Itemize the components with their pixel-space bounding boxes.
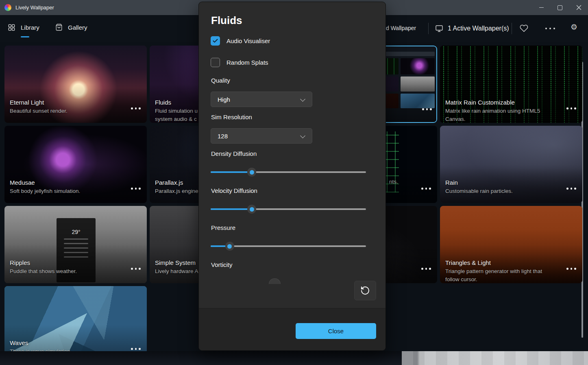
chevron-down-icon xyxy=(300,133,305,138)
wallpaper-card-rain[interactable]: RainCustomisable rain particles. xyxy=(440,126,582,203)
favorites-button[interactable] xyxy=(520,24,528,33)
ellipsis-dot xyxy=(139,107,141,109)
wallpaper-description: Canvas. xyxy=(445,115,564,123)
monitor-icon xyxy=(435,24,443,33)
card-options-button[interactable] xyxy=(421,188,431,190)
library-grid-icon xyxy=(8,24,15,31)
tab-gallery[interactable]: Gallery xyxy=(55,24,87,31)
ellipsis-dot xyxy=(135,107,137,109)
maximize-button[interactable] xyxy=(551,0,569,15)
bottom-strip xyxy=(0,351,588,365)
slider-fill xyxy=(211,171,252,173)
card-options-button[interactable] xyxy=(131,188,141,190)
wallpaper-card-triangles-light[interactable]: Triangles & LightTriangle pattern genera… xyxy=(440,206,582,283)
chevron-down-icon xyxy=(300,96,305,102)
checkbox-random-splats[interactable]: Random Splats xyxy=(211,58,268,67)
slider-label-pressure: Pressure xyxy=(211,224,235,231)
close-button[interactable]: Close xyxy=(296,323,376,339)
ellipsis-dot xyxy=(135,348,137,350)
close-icon xyxy=(576,5,581,10)
settings-button[interactable]: ⚙ xyxy=(571,23,577,31)
checkbox-label: Random Splats xyxy=(226,59,268,66)
ellipsis-dot xyxy=(425,188,427,190)
wallpaper-card-eternal-light[interactable]: Eternal LightBeautiful sunset render. xyxy=(4,46,147,123)
card-meta: Matrix Rain CustomizableMatrix like rain… xyxy=(445,98,564,123)
card-options-button[interactable] xyxy=(131,268,141,270)
slider-fill xyxy=(211,208,252,210)
active-wallpapers-label: 1 Active Wallpaper(s) xyxy=(448,25,509,32)
card-options-button[interactable] xyxy=(566,188,576,190)
heart-icon xyxy=(520,24,528,33)
vorticity-label: Vorticity xyxy=(211,261,233,268)
card-options-button[interactable] xyxy=(131,107,141,109)
ellipsis-dot xyxy=(574,107,576,109)
tab-gallery-label: Gallery xyxy=(68,24,87,31)
checkbox-label: Audio Visualiser xyxy=(226,37,270,44)
ellipsis-dot xyxy=(135,268,137,270)
card-options-button[interactable] xyxy=(131,348,141,350)
select-sim-resolution[interactable]: 128 xyxy=(211,128,312,144)
wallpaper-card-ripples[interactable]: 29°RipplesPuddle that shows weather. xyxy=(4,206,147,283)
ellipsis-dot xyxy=(422,108,424,110)
ellipsis-dot xyxy=(131,188,133,190)
ellipsis-dot xyxy=(135,188,137,190)
nav-divider xyxy=(428,23,429,34)
ellipsis-dot xyxy=(131,268,133,270)
wallpaper-description: Puddle that shows weather. xyxy=(10,267,129,275)
slider-thumb[interactable] xyxy=(247,205,256,214)
slider-thumb[interactable] xyxy=(225,242,234,251)
wallpaper-card-waves[interactable]: WavesThree js wave simulation. xyxy=(4,286,147,351)
ellipsis-dot xyxy=(429,268,431,270)
wallpaper-title: Medusae xyxy=(10,178,129,187)
slider-pressure[interactable] xyxy=(211,241,366,251)
active-wallpapers-button[interactable]: 1 Active Wallpaper(s) xyxy=(435,15,509,42)
tab-library-label: Library xyxy=(21,24,39,31)
reset-button[interactable] xyxy=(354,281,376,300)
wallpaper-description: nts. xyxy=(389,178,419,186)
slider-thumb[interactable] xyxy=(247,168,256,177)
wallpaper-description: Matrix like rain animation using HTML5 xyxy=(445,107,564,115)
card-options-button[interactable] xyxy=(566,107,576,109)
reset-rotate-ccw-icon xyxy=(360,286,370,295)
wallpaper-title: Triangles & Light xyxy=(445,258,564,267)
gear-icon: ⚙ xyxy=(571,23,577,31)
minimize-button[interactable] xyxy=(532,0,551,15)
more-options-button[interactable] xyxy=(545,28,555,29)
dialog-title: Fluids xyxy=(211,14,242,27)
ellipsis-icon xyxy=(545,28,547,29)
ellipsis-dot xyxy=(574,268,576,270)
wallpaper-card-medusae[interactable]: MedusaeSoft body jellyfish simulation. xyxy=(4,126,147,203)
ellipsis-dot xyxy=(571,107,573,109)
select-quality[interactable]: High xyxy=(211,92,312,107)
wallpaper-title: Eternal Light xyxy=(10,98,129,107)
ellipsis-dot xyxy=(131,107,133,109)
ellipsis-dot xyxy=(571,268,573,270)
wallpaper-title: Ripples xyxy=(10,258,129,267)
gallery-bag-icon xyxy=(55,24,63,31)
card-options-button[interactable] xyxy=(422,108,432,110)
close-window-button[interactable] xyxy=(569,0,588,15)
wallpaper-title: Waves xyxy=(10,338,129,348)
slider-density-diffusion[interactable] xyxy=(211,167,366,177)
minimize-icon xyxy=(539,7,544,8)
tab-library[interactable]: Library xyxy=(8,24,39,31)
ellipsis-dot xyxy=(131,348,133,350)
card-options-button[interactable] xyxy=(421,268,431,270)
nav-divider-2 xyxy=(512,23,512,34)
checkbox-checked-icon xyxy=(211,36,220,46)
checkbox-audio-visualiser[interactable]: Audio Visualiser xyxy=(211,36,270,46)
slider-velocity-diffusion[interactable] xyxy=(211,204,366,214)
select-label-sim-resolution: Sim Resolution xyxy=(211,114,252,120)
wallpaper-title: Rain xyxy=(445,178,564,187)
card-meta: Eternal LightBeautiful sunset render. xyxy=(10,98,129,115)
ellipsis-dot xyxy=(430,108,432,110)
add-wallpaper-label-fragment[interactable]: d Wallpaper xyxy=(386,25,416,31)
wallpaper-card-matrix-rain[interactable]: Matrix Rain CustomizableMatrix like rain… xyxy=(440,46,582,123)
select-value: High xyxy=(218,96,230,103)
scroll-down-hint[interactable] xyxy=(269,278,281,284)
card-options-button[interactable] xyxy=(566,268,576,270)
window-title: Lively Wallpaper xyxy=(15,4,54,11)
ellipsis-dot xyxy=(426,108,428,110)
card-meta: MedusaeSoft body jellyfish simulation. xyxy=(10,178,129,195)
lively-wallpaper-window: Lively Wallpaper Library xyxy=(0,0,588,365)
